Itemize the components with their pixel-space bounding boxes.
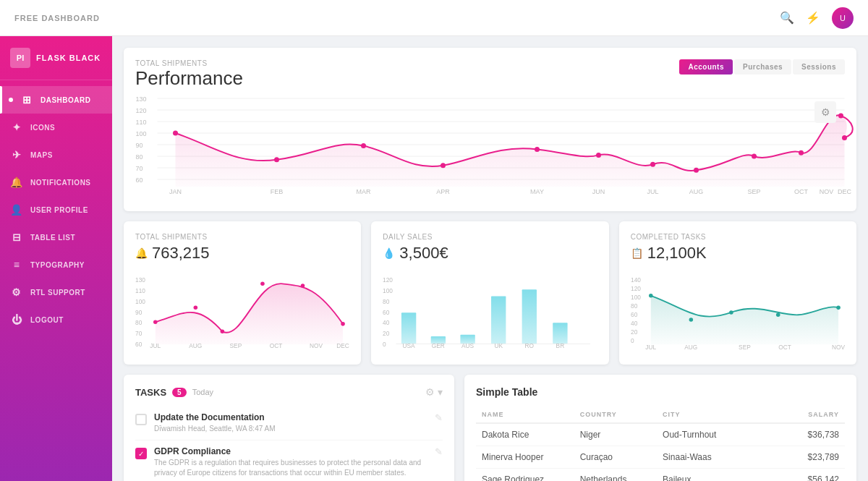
chart-settings-button[interactable]: ⚙ <box>814 101 836 123</box>
stat1-chart: 130 110 100 90 80 70 60 <box>135 271 349 351</box>
tab-purchases[interactable]: Purchases <box>734 59 791 75</box>
cell-city: Sinaai-Waas <box>657 446 788 469</box>
svg-point-52 <box>341 322 345 326</box>
svg-text:130: 130 <box>136 95 147 103</box>
logout-icon: ⏻ <box>10 313 23 326</box>
stat2-icon: 💧 <box>383 247 395 259</box>
search-icon[interactable]: 🔍 <box>780 11 794 25</box>
sidebar-item-typography[interactable]: ≡ TYPOGRAPHY <box>0 251 112 278</box>
sidebar-item-user-profile[interactable]: 👤 USER PROFILE <box>0 196 112 224</box>
svg-text:70: 70 <box>136 165 143 172</box>
svg-text:60: 60 <box>135 341 142 348</box>
svg-point-24 <box>752 154 757 159</box>
rtl-support-icon: ⚙ <box>10 286 23 299</box>
table-list-icon: ⊟ <box>10 231 23 244</box>
tasks-card: TASKS 5 Today ⚙ ▾ Update the Documentati… <box>124 375 454 481</box>
task-checkbox-2[interactable]: ✓ <box>135 448 147 459</box>
stat3-label: Completed Tasks <box>631 233 845 241</box>
svg-rect-69 <box>491 296 506 344</box>
tasks-actions[interactable]: ⚙ ▾ <box>425 386 443 398</box>
svg-text:40: 40 <box>383 319 390 326</box>
sidebar-label-maps: MAPS <box>30 151 53 159</box>
sidebar-label-logout: LOGOUT <box>30 316 64 324</box>
svg-text:OCT: OCT <box>794 188 809 195</box>
svg-text:FEB: FEB <box>271 188 284 195</box>
performance-tabs: Accounts Purchases Sessions <box>679 59 845 75</box>
sidebar-nav: ⊞ DASHBOARD ✦ ICONS ✈ MAPS 🔔 NOTIFICATIO… <box>0 80 112 481</box>
tasks-menu-icon[interactable]: ▾ <box>438 386 443 398</box>
nav-active-dot <box>9 98 13 102</box>
tasks-settings-icon[interactable]: ⚙ <box>425 386 435 398</box>
bottom-row: TASKS 5 Today ⚙ ▾ Update the Documentati… <box>124 375 856 481</box>
dashboard-icon: ⊞ <box>20 93 33 106</box>
performance-subtitle: Total Shipments <box>135 59 243 67</box>
cell-city: Baileux <box>657 469 788 482</box>
task-meta-1: Dīwamish Head, Seattle, WA 8:47 AM <box>154 424 427 434</box>
sidebar-item-maps[interactable]: ✈ MAPS <box>0 141 112 169</box>
task-edit-icon-2[interactable]: ✎ <box>435 446 443 457</box>
svg-text:90: 90 <box>136 142 143 149</box>
svg-point-18 <box>361 143 366 148</box>
tab-accounts[interactable]: Accounts <box>679 59 733 75</box>
svg-point-48 <box>194 305 198 310</box>
cell-country: Curaçao <box>574 446 657 469</box>
maps-icon: ✈ <box>10 148 23 161</box>
cell-city: Oud-Turnhout <box>657 423 788 446</box>
activity-icon[interactable]: ⚡ <box>806 11 820 25</box>
svg-text:100: 100 <box>631 294 641 301</box>
svg-text:NOV: NOV <box>310 342 323 349</box>
topbar: FREE DASHBOARD 🔍 ⚡ U <box>0 0 868 36</box>
sidebar-label-table-list: TABLE LIST <box>30 234 75 242</box>
app-title: FREE DASHBOARD <box>14 14 100 22</box>
sidebar-item-rtl-support[interactable]: ⚙ RTL SUPPORT <box>0 278 112 306</box>
svg-text:MAR: MAR <box>357 188 372 195</box>
sidebar-item-table-list[interactable]: ⊟ TABLE LIST <box>0 224 112 251</box>
svg-text:DEC: DEC <box>336 342 349 349</box>
svg-text:90: 90 <box>135 309 142 316</box>
sidebar-label-typography: TYPOGRAPHY <box>30 261 85 269</box>
tab-sessions[interactable]: Sessions <box>793 59 845 75</box>
svg-text:60: 60 <box>383 309 390 316</box>
svg-text:140: 140 <box>631 276 641 284</box>
svg-text:JUL: JUL <box>150 342 161 349</box>
svg-point-87 <box>649 294 653 298</box>
notifications-icon: 🔔 <box>10 176 23 189</box>
task-item-2: ✓ GDPR Compliance The GDPR is a regulati… <box>135 440 443 481</box>
stat1-label: Total Shipments <box>135 233 349 241</box>
task-edit-icon-1[interactable]: ✎ <box>435 412 443 423</box>
performance-chart: 130 120 110 100 90 80 70 60 <box>135 93 845 197</box>
stat-daily-sales: Daily Sales 💧 3,500€ 120 100 80 60 <box>371 221 608 365</box>
sidebar-item-notifications[interactable]: 🔔 NOTIFICATIONS <box>0 169 112 196</box>
performance-card: Total Shipments Performance Accounts Pur… <box>124 48 856 211</box>
sidebar-item-icons[interactable]: ✦ ICONS <box>0 114 112 141</box>
svg-point-51 <box>301 284 305 288</box>
col-header-salary: SALARY <box>788 406 845 423</box>
sidebar-label-notifications: NOTIFICATIONS <box>30 179 91 187</box>
svg-text:APR: APR <box>436 188 450 195</box>
svg-text:MAY: MAY <box>530 188 544 195</box>
col-header-name: NAME <box>476 406 574 423</box>
cell-salary: $56,142 <box>788 469 845 482</box>
brand-pi-badge: PI <box>10 48 30 68</box>
avatar[interactable]: U <box>832 7 854 29</box>
svg-point-17 <box>274 157 279 162</box>
typography-icon: ≡ <box>10 258 23 271</box>
svg-text:40: 40 <box>631 320 638 327</box>
sidebar-item-dashboard[interactable]: ⊞ DASHBOARD <box>0 86 112 114</box>
svg-point-21 <box>596 153 601 158</box>
svg-point-91 <box>836 306 841 310</box>
task-checkbox-1[interactable] <box>135 414 147 425</box>
cell-country: Netherlands <box>574 469 657 482</box>
svg-point-23 <box>694 168 699 173</box>
stat3-chart: 140 120 100 80 60 40 20 0 <box>631 271 845 351</box>
svg-text:USA: USA <box>403 342 416 349</box>
icons-icon: ✦ <box>10 121 23 134</box>
svg-text:OCT: OCT <box>778 344 791 351</box>
sidebar-item-logout[interactable]: ⏻ LOGOUT <box>0 306 112 333</box>
svg-text:RO: RO <box>525 342 535 349</box>
svg-point-19 <box>441 163 446 168</box>
svg-text:60: 60 <box>136 176 143 184</box>
svg-point-27 <box>842 135 847 140</box>
svg-text:120: 120 <box>631 285 641 292</box>
tasks-today-label: Today <box>192 388 213 396</box>
